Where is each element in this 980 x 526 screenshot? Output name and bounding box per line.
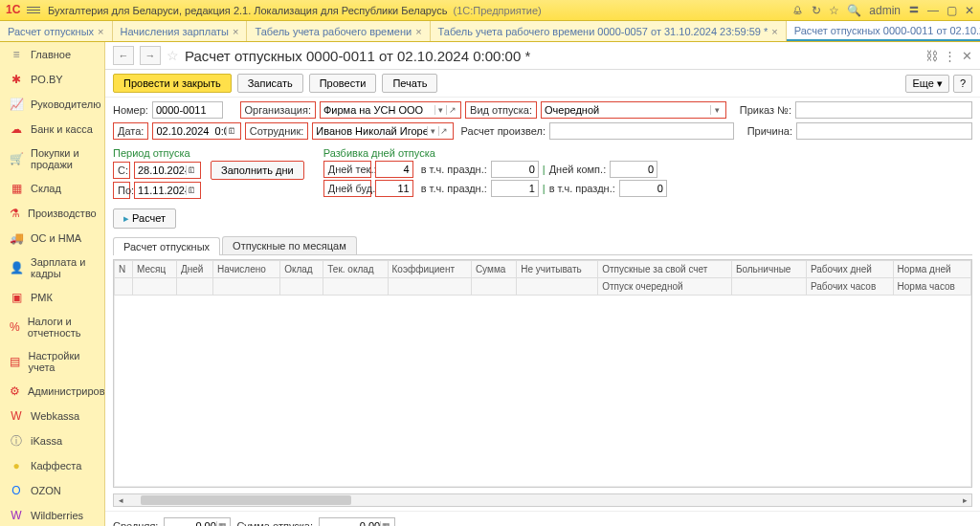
doc-close-icon[interactable]: ✕: [962, 49, 972, 63]
column-header[interactable]: Норма дней: [893, 261, 970, 278]
incl-holiday3-field[interactable]: [619, 180, 667, 197]
post-button[interactable]: Провести: [309, 74, 377, 93]
column-header[interactable]: Больничные: [731, 261, 806, 278]
tab-vacation-doc[interactable]: Расчет отпускных 0000-0011 от 02.10.2024…: [787, 21, 980, 41]
fill-days-button[interactable]: Заполнить дни: [211, 161, 304, 180]
column-header[interactable]: Оклад: [280, 261, 323, 278]
calc-icon[interactable]: ▦: [216, 521, 228, 526]
dropdown-icon[interactable]: ▾: [427, 126, 438, 136]
dropdown-icon[interactable]: ▾: [434, 105, 446, 115]
column-header[interactable]: N: [115, 261, 133, 278]
bell-icon[interactable]: 🕭: [792, 4, 804, 17]
dropdown-icon[interactable]: ▾: [710, 105, 723, 115]
incl-holiday1-field[interactable]: [491, 161, 539, 178]
main-menu-icon[interactable]: [27, 4, 40, 17]
calendar-icon[interactable]: 🗓: [226, 126, 237, 136]
favorite-icon[interactable]: ☆: [829, 4, 839, 17]
forward-button[interactable]: →: [140, 46, 161, 65]
sidebar-item[interactable]: ●Каффеста: [0, 453, 104, 478]
horizontal-scrollbar[interactable]: ◂ ▸: [113, 493, 972, 507]
close-icon[interactable]: ×: [771, 26, 777, 37]
open-icon[interactable]: ↗: [438, 126, 450, 136]
column-header[interactable]: Коэффициент: [388, 261, 471, 278]
help-icon[interactable]: 〓: [908, 2, 920, 18]
column-header[interactable]: Дней: [176, 261, 212, 278]
sidebar-item[interactable]: %Налоги и отчетность: [0, 310, 104, 344]
employee-field[interactable]: ▾↗: [312, 122, 453, 140]
to-date-field[interactable]: 🗓: [134, 182, 201, 199]
link-icon[interactable]: ⛓: [925, 49, 938, 63]
incl-holiday2-field[interactable]: [491, 180, 539, 197]
sidebar-item[interactable]: ⚗Производство: [0, 201, 104, 226]
days-next-field[interactable]: [375, 180, 413, 197]
column-header[interactable]: Рабочих дней: [806, 261, 893, 278]
sidebar-item[interactable]: ⓘiKassa: [0, 428, 104, 453]
close-icon[interactable]: ×: [415, 26, 421, 37]
sidebar-item[interactable]: ▤Настройки учета: [0, 344, 104, 379]
tab-payroll[interactable]: Начисления зарплаты×: [113, 21, 248, 41]
days-current-field[interactable]: [375, 161, 413, 178]
vac-type-field[interactable]: ▾: [541, 101, 726, 119]
tab-timesheet-list[interactable]: Табель учета рабочего времени×: [247, 21, 430, 41]
calc-by-field[interactable]: [549, 122, 734, 140]
tab-timesheet-doc[interactable]: Табель учета рабочего времени 0000-0057 …: [431, 21, 787, 41]
sidebar-item[interactable]: OOZON: [0, 478, 104, 503]
sidebar-item[interactable]: 🛒Покупки и продажи: [0, 142, 104, 176]
print-button[interactable]: Печать: [382, 74, 437, 93]
close-icon[interactable]: ×: [233, 26, 238, 37]
column-header[interactable]: Сумма: [471, 261, 516, 278]
subtab-calc[interactable]: Расчет отпускных: [113, 237, 220, 255]
calculate-button[interactable]: ▸ Расчет: [113, 208, 176, 229]
calc-by-label: Расчет произвел:: [461, 125, 546, 137]
calculation-grid[interactable]: NМесяцДнейНачисленоОкладТек. окладКоэффи…: [113, 259, 972, 488]
scroll-right-icon[interactable]: ▸: [958, 495, 971, 505]
sum-field[interactable]: ▦: [319, 517, 395, 526]
avg-field[interactable]: ▦: [164, 517, 231, 526]
search-icon[interactable]: 🔍: [847, 4, 861, 17]
sidebar-item[interactable]: WWildberries: [0, 503, 104, 526]
maximize-icon[interactable]: ▢: [947, 4, 957, 17]
reason-field[interactable]: [796, 122, 972, 140]
column-header[interactable]: Тек. оклад: [323, 261, 388, 278]
from-date-field[interactable]: 🗓: [134, 162, 201, 179]
write-button[interactable]: Записать: [237, 74, 303, 93]
number-field[interactable]: [152, 101, 223, 119]
document-toolbar: Провести и закрыть Записать Провести Печ…: [105, 70, 980, 98]
post-and-close-button[interactable]: Провести и закрыть: [113, 74, 232, 93]
sidebar-item[interactable]: ▦Склад: [0, 176, 104, 201]
column-header[interactable]: Отпускные за свой счет: [598, 261, 732, 278]
back-button[interactable]: ←: [113, 46, 134, 65]
date-field[interactable]: 🗓: [152, 122, 240, 140]
order-no-field[interactable]: [795, 101, 972, 119]
sidebar-item[interactable]: 📈Руководителю: [0, 92, 104, 117]
history-icon[interactable]: ↻: [812, 4, 821, 17]
subtab-by-month[interactable]: Отпускные по месяцам: [222, 236, 357, 254]
sidebar-item[interactable]: ⚙Администрирование: [0, 379, 104, 404]
tab-calc-vacations[interactable]: Расчет отпускных×: [0, 21, 113, 41]
calc-icon[interactable]: ▦: [380, 521, 391, 526]
close-icon[interactable]: ×: [98, 26, 103, 37]
doc-settings-icon[interactable]: ⋮: [944, 49, 956, 63]
scroll-thumb[interactable]: [141, 495, 351, 505]
favorite-toggle-icon[interactable]: ☆: [167, 48, 179, 63]
help-button[interactable]: ?: [953, 75, 972, 93]
calendar-icon[interactable]: 🗓: [186, 165, 197, 175]
open-icon[interactable]: ↗: [446, 105, 457, 115]
sidebar-item[interactable]: 👤Зарплата и кадры: [0, 251, 104, 285]
scroll-left-icon[interactable]: ◂: [114, 495, 127, 505]
sidebar-item[interactable]: WWebkassa: [0, 404, 104, 428]
days-comp-field[interactable]: [610, 161, 657, 178]
minimize-icon[interactable]: —: [927, 4, 939, 17]
close-icon[interactable]: ✕: [965, 4, 974, 17]
sidebar-item[interactable]: ≡Главное: [0, 42, 104, 67]
sidebar-item[interactable]: ✱PO.BY: [0, 67, 104, 92]
column-header[interactable]: Месяц: [133, 261, 177, 278]
column-header[interactable]: Начислено: [212, 261, 279, 278]
sidebar-item[interactable]: ▣РМК: [0, 285, 104, 310]
column-header[interactable]: Не учитывать: [517, 261, 598, 278]
org-field[interactable]: ▾↗: [320, 101, 461, 119]
more-button[interactable]: Еще ▾: [905, 75, 948, 93]
sidebar-item[interactable]: ☁Банк и касса: [0, 117, 104, 142]
sidebar-item[interactable]: 🚚ОС и НМА: [0, 226, 104, 251]
calendar-icon[interactable]: 🗓: [186, 186, 197, 195]
